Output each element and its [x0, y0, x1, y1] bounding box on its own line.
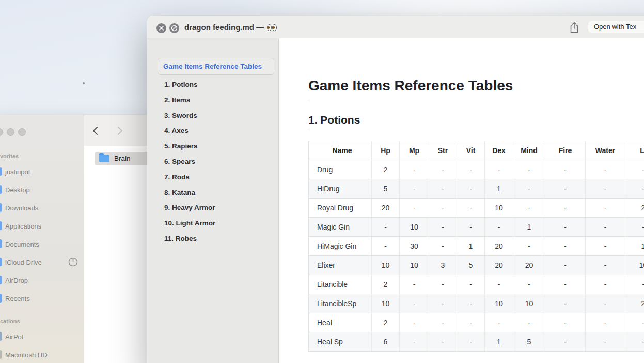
forward-button[interactable] [115, 126, 124, 135]
laptop-icon [0, 332, 2, 341]
sidebar-item-downloads[interactable]: Downloads [0, 199, 84, 217]
cell-stat: - [400, 313, 429, 332]
cell-stat: - [429, 313, 457, 332]
sidebar-item-airpot[interactable]: AirPot [0, 327, 84, 345]
cell-stat: - [429, 294, 457, 313]
sidebar-item-documents[interactable]: Documents [0, 235, 84, 253]
toc-item-8-katana[interactable]: 8. Katana [164, 185, 278, 201]
sidebar-item-macintosh-hd[interactable]: Macintosh HD [0, 345, 84, 363]
table-row: Elixer1010352020--10 [309, 256, 644, 275]
cursor-dot [83, 82, 85, 84]
cell-stat: 10 [400, 218, 429, 237]
column-header-mp: Mp [400, 141, 429, 160]
table-row: Royal Drug20---10---2 [309, 199, 644, 218]
cell-stat: 5 [457, 256, 485, 275]
cell-stat: - [400, 199, 429, 218]
cell-stat: - [545, 256, 586, 275]
cell-stat: - [457, 218, 485, 237]
sidebar-item-airdrop[interactable]: AirDrop [0, 271, 84, 289]
cell-item-name: LitancibleSp [309, 294, 372, 313]
sidebar-section-label: cations [0, 315, 84, 327]
cell-stat: - [400, 332, 429, 352]
toc-item-selected[interactable]: Game Items Reference Tables [158, 58, 274, 75]
icloud-icon [0, 258, 2, 266]
applications-icon [0, 221, 2, 230]
cell-stat: - [625, 332, 644, 352]
cell-stat: - [513, 179, 545, 199]
sidebar-item-recents[interactable]: Recents [0, 289, 84, 307]
cell-item-name: Royal Drug [309, 199, 372, 218]
toc-item-11-robes[interactable]: 11. Robes [164, 231, 278, 247]
cell-stat: 2 [372, 313, 400, 332]
table-row: Magic Gin-10---1--- [309, 218, 644, 237]
sidebar-item-desktop[interactable]: Desktop [0, 180, 84, 199]
cell-stat: - [513, 199, 545, 218]
share-icon[interactable] [569, 21, 580, 34]
sidebar-item-label: iCloud Drive [5, 259, 42, 266]
document-h2: 1. Potions [308, 114, 644, 131]
cell-stat: 10 [485, 199, 513, 218]
prohibited-icon[interactable] [169, 23, 179, 33]
zoom-button[interactable] [18, 128, 26, 136]
potions-table: NameHpMpStrVitDexMindFireWaterLi Drug2--… [308, 141, 644, 352]
sidebar-item-icloud-drive[interactable]: iCloud Drive [0, 253, 84, 271]
close-button[interactable] [0, 128, 3, 136]
toc-item-3-swords[interactable]: 3. Swords [164, 108, 278, 124]
sidebar-item-label: Applications [5, 222, 41, 230]
cell-stat: - [545, 275, 586, 294]
cell-stat: - [586, 275, 625, 294]
column-header-mind: Mind [513, 141, 545, 160]
toc-item-10-light-armor[interactable]: 10. Light Armor [164, 216, 278, 231]
cell-stat: 1 [513, 218, 545, 237]
cell-stat: - [429, 237, 457, 256]
cell-stat: 1 [485, 332, 513, 352]
cell-item-name: HiDrug [309, 179, 372, 199]
open-with-button[interactable]: Open with Tex [588, 21, 644, 33]
column-header-name: Name [309, 141, 372, 160]
sidebar-item-applications[interactable]: Applications [0, 217, 84, 235]
table-of-contents: Game Items Reference Tables 1. Potions2.… [147, 38, 279, 363]
cell-item-name: Litancible [309, 275, 372, 294]
column-header-fire: Fire [545, 141, 586, 160]
cell-stat: - [586, 179, 625, 199]
column-header-li: Li [625, 141, 644, 160]
cell-stat: - [457, 332, 485, 352]
toc-item-5-rapiers[interactable]: 5. Rapiers [164, 139, 278, 154]
potions-table-body: Drug2--------HiDrug5---1----Royal Drug20… [309, 160, 644, 352]
quicklook-window: dragon feeding.md — Open with Tex Game I… [147, 16, 644, 363]
minimize-button[interactable] [7, 128, 14, 136]
back-button[interactable] [91, 126, 100, 135]
toc-item-7-rods[interactable]: 7. Rods [164, 170, 278, 185]
cell-stat: - [625, 218, 644, 237]
cell-stat: - [400, 275, 429, 294]
cell-stat: 2 [372, 275, 400, 294]
file-name: Brain [114, 155, 131, 162]
toc-item-2-items[interactable]: 2. Items [164, 93, 278, 108]
cell-stat: 10 [372, 256, 400, 275]
cell-stat: - [457, 179, 485, 199]
sidebar-item-justinpot[interactable]: justinpot [0, 162, 84, 180]
cell-stat: - [400, 294, 429, 313]
cell-stat: - [429, 160, 457, 179]
cell-stat: - [513, 237, 545, 256]
table-row: HiDrug5---1---- [309, 179, 644, 199]
sidebar-item-label: AirDrop [5, 277, 28, 284]
toc-item-9-heavy-armor[interactable]: 9. Heavy Armor [164, 200, 278, 216]
sidebar-item-label: Recents [5, 295, 30, 303]
cell-stat: - [545, 160, 586, 179]
table-row: LitancibleSp10---1010--2 [309, 294, 644, 313]
toc-item-4-axes[interactable]: 4. Axes [164, 123, 278, 139]
table-row: Heal Sp6---15--- [309, 332, 644, 352]
column-header-str: Str [429, 141, 457, 160]
column-header-water: Water [586, 141, 625, 160]
toc-item-6-spears[interactable]: 6. Spears [164, 154, 278, 170]
toc-item-1-potions[interactable]: 1. Potions [164, 77, 278, 93]
cell-stat: - [372, 218, 400, 237]
cell-item-name: Drug [309, 160, 372, 179]
close-icon[interactable] [156, 23, 166, 33]
cell-stat: 10 [400, 256, 429, 275]
cell-stat: - [429, 179, 457, 199]
cell-stat: - [513, 313, 545, 332]
downloads-icon [0, 203, 2, 212]
cell-stat: 2 [625, 199, 644, 218]
